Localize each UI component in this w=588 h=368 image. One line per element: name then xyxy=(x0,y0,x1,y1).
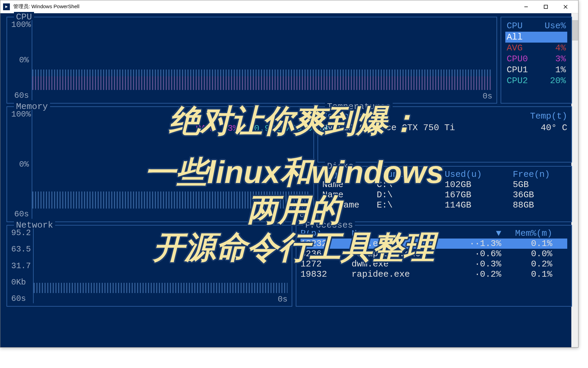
network-y-axis: 95.2 63.5 31.7 0Kb 60s xyxy=(11,228,33,303)
cpu-row-0[interactable]: CPU03% xyxy=(505,53,567,64)
titlebar[interactable]: ▶ 管理员: Windows PowerShell xyxy=(0,0,578,13)
scrollbar-thumb[interactable] xyxy=(571,20,578,41)
disks-panel: Disks (d)▲Mount(m)Used(u)Free(n) NameC:\… xyxy=(317,166,572,222)
network-panel: Network 95.2 63.5 31.7 0Kb 60s 0s xyxy=(6,225,292,307)
cpu-y-axis: 100% 0% 60s xyxy=(11,20,32,100)
disk-row-e[interactable]: No NameE:\114GB88GB xyxy=(322,200,567,210)
disk-header: (d)▲Mount(m)Used(u)Free(n) xyxy=(322,169,567,180)
memory-stats: RAM 33% 20.9GiB/63.9GiB xyxy=(196,123,328,134)
cpu-row-1[interactable]: CPU11% xyxy=(505,64,567,75)
close-button[interactable] xyxy=(556,0,575,13)
powershell-icon: ▶ xyxy=(3,3,10,10)
maximize-button[interactable] xyxy=(536,0,556,13)
cpu-row-avg[interactable]: AVG4% xyxy=(505,43,567,53)
processes-panel: Processes P(p)Na▼Mem%(m) 13232btm.exe··1… xyxy=(296,225,572,307)
temperatures-panel: Temperatures Sensor(s)▲Temp(t) NVIDIA Ge… xyxy=(317,106,572,163)
disk-row-c[interactable]: NameC:\102GB5GB xyxy=(322,180,567,190)
temp-title: Temperatures xyxy=(325,102,393,112)
cpu-table-header: CPUUse% xyxy=(505,20,567,32)
cpu-graph: 0s xyxy=(32,20,492,100)
proc-row-2[interactable]: 1272dwm.exe·0.3%0.2% xyxy=(300,259,567,269)
network-graph: 0s xyxy=(33,228,288,303)
memory-y-axis: 100% 0% 60s xyxy=(11,110,32,219)
temp-row[interactable]: NVIDIA GeForce GTX 750 Ti40° C xyxy=(322,123,567,133)
proc-row-3[interactable]: 19832rapidee.exe·0.2%0.1% xyxy=(300,269,567,279)
proc-title: Processes xyxy=(303,220,355,230)
proc-row-1[interactable]: 3236FSCapture.exe·0.6%0.0% xyxy=(300,249,567,259)
minimize-button[interactable] xyxy=(516,0,536,13)
cpu-table-panel: CPUUse% All AVG4% CPU03% CPU11% CPU220% xyxy=(501,17,572,104)
cpu-row-2[interactable]: CPU220% xyxy=(505,75,567,86)
disk-row-d[interactable]: NameD:\167GB36GB xyxy=(322,190,567,200)
disks-title: Disks xyxy=(325,161,356,171)
svg-rect-1 xyxy=(544,5,548,9)
window-title: 管理员: Windows PowerShell xyxy=(13,3,516,10)
scrollbar[interactable] xyxy=(571,13,578,347)
memory-graph: RAM 33% 20.9GiB/63.9GiB 0s xyxy=(32,110,309,219)
powershell-window: ▶ 管理员: Windows PowerShell CPU 100% 0% 60… xyxy=(0,0,578,348)
terminal-body[interactable]: CPU 100% 0% 60s 0s CPUUse% xyxy=(0,13,578,347)
cpu-panel: CPU 100% 0% 60s 0s xyxy=(6,17,497,104)
memory-panel: Memory 100% 0% 60s RAM 33% 20.9GiB/63.9G… xyxy=(6,106,314,222)
cpu-row-all[interactable]: All xyxy=(505,32,567,43)
proc-row-0[interactable]: 13232btm.exe··1.3%0.1% xyxy=(300,239,567,249)
window-controls xyxy=(516,0,575,13)
